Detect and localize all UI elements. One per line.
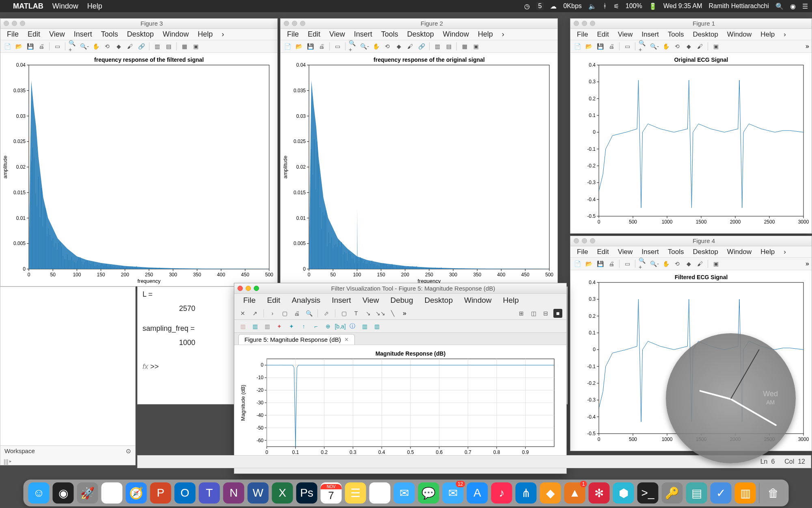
menu-window[interactable]: Window xyxy=(52,2,78,11)
menu-edit[interactable]: Edit xyxy=(304,29,324,39)
dock-app-3d[interactable]: ⬢ xyxy=(613,482,634,504)
open-icon[interactable]: 📂 xyxy=(584,42,593,51)
menu-file[interactable]: File xyxy=(238,295,261,306)
dock-app-music[interactable]: ♪ xyxy=(491,482,512,504)
zoom-in-icon[interactable]: 🔍+ xyxy=(639,259,648,268)
pan-icon[interactable]: ✋ xyxy=(371,42,380,51)
minimize-icon[interactable] xyxy=(292,21,297,26)
step-icon[interactable]: ⌐ xyxy=(311,322,320,331)
menu-edit[interactable]: Edit xyxy=(262,295,285,306)
battery-icon[interactable]: 🔋 xyxy=(649,2,657,10)
dock-app-mathematica[interactable]: ✻ xyxy=(589,482,610,504)
zoom-out-icon[interactable]: 🔍- xyxy=(80,42,89,51)
dock-app-vscode[interactable]: ⋔ xyxy=(516,482,537,504)
new-icon[interactable]: 📄 xyxy=(283,42,292,51)
maximize-icon[interactable] xyxy=(254,286,259,291)
dock-app-powerpoint[interactable]: P xyxy=(150,482,171,504)
menu-insert[interactable]: Insert xyxy=(637,247,663,257)
save-icon[interactable]: 💾 xyxy=(26,42,35,51)
menu-insert[interactable]: Insert xyxy=(327,295,356,306)
brush-icon[interactable]: 🖌 xyxy=(125,42,134,51)
menu-file[interactable]: File xyxy=(283,29,303,39)
zoom-in-icon[interactable]: 🔍+ xyxy=(639,42,648,51)
maximize-icon[interactable] xyxy=(20,21,25,26)
menu-analysis[interactable]: Analysis xyxy=(287,295,325,306)
new-icon[interactable]: 📄 xyxy=(573,259,582,268)
text-icon[interactable]: T xyxy=(352,309,361,318)
fvt-titlebar[interactable]: Filter Visualization Tool - Figure 5: Ma… xyxy=(234,283,566,294)
menu-window[interactable]: Window xyxy=(459,295,497,306)
menu-desktop[interactable]: Desktop xyxy=(689,247,722,257)
dock-app-trash[interactable]: 🗑 xyxy=(763,482,784,504)
menu-file[interactable]: File xyxy=(3,29,23,39)
menu-help[interactable]: Help xyxy=(87,2,102,11)
dock-app-idea[interactable]: ◆ xyxy=(540,482,561,504)
magphase-icon[interactable]: ▥ xyxy=(263,322,272,331)
clock-widget[interactable]: WedAM xyxy=(666,333,796,463)
open-icon[interactable]: 📂 xyxy=(584,259,593,268)
pointer-icon[interactable]: ▭ xyxy=(53,42,62,51)
menu-view[interactable]: View xyxy=(325,29,349,39)
menu-help[interactable]: Help xyxy=(756,247,779,257)
zoom-out-icon[interactable]: 🔍- xyxy=(360,42,369,51)
mag-icon[interactable]: ▥ xyxy=(238,322,247,331)
menu-file[interactable]: File xyxy=(573,247,592,257)
pan-icon[interactable]: ✋ xyxy=(661,42,670,51)
figure-4-titlebar[interactable]: Figure 4 xyxy=(570,236,812,246)
tab-close-icon[interactable]: ✕ xyxy=(344,336,349,343)
fvt-tab-fig5[interactable]: Figure 5: Magnitude Response (dB) ✕ xyxy=(238,334,355,345)
dock-app-word[interactable]: W xyxy=(248,482,269,504)
line-icon[interactable]: ╲ xyxy=(388,309,397,318)
bluetooth-icon[interactable]: ᚼ xyxy=(603,2,607,10)
dock-icon[interactable]: ▣ xyxy=(711,42,720,51)
menu-view[interactable]: View xyxy=(614,247,637,257)
preview-icon[interactable]: 🔍 xyxy=(304,309,313,318)
workspace-title[interactable]: Workspace xyxy=(4,447,35,455)
polezero-icon[interactable]: ⊕ xyxy=(324,322,333,331)
print-icon[interactable]: 🖨 xyxy=(317,42,326,51)
dock-app-teams[interactable]: T xyxy=(199,482,220,504)
dock-app-finder[interactable]: ☺ xyxy=(28,482,50,504)
noise-icon[interactable]: ▥ xyxy=(372,322,381,331)
dock-app-keychain[interactable]: 🔑 xyxy=(662,482,683,504)
control-center-icon[interactable]: ☰ xyxy=(802,2,808,10)
group-delay-icon[interactable]: ✦ xyxy=(275,322,284,331)
volume-icon[interactable]: 🔈 xyxy=(588,2,596,10)
figure-2-titlebar[interactable]: Figure 2 xyxy=(281,19,557,29)
menu-tools[interactable]: Tools xyxy=(664,247,688,257)
menu-desktop[interactable]: Desktop xyxy=(420,295,458,306)
menu-insert[interactable]: Insert xyxy=(70,29,96,39)
pointer-icon[interactable]: ▭ xyxy=(623,259,632,268)
layout-icon[interactable]: ▦ xyxy=(180,42,189,51)
zoom-in-icon[interactable]: 🔍+ xyxy=(69,42,78,51)
rotate-icon[interactable]: ⟲ xyxy=(673,42,682,51)
dock-app-terminal[interactable]: >_ xyxy=(637,482,659,504)
new-icon[interactable]: 📄 xyxy=(3,42,12,51)
menu-file[interactable]: File xyxy=(573,30,592,39)
app-name[interactable]: MATLAB xyxy=(13,2,43,11)
menu-edit[interactable]: Edit xyxy=(593,30,613,39)
pan-icon[interactable]: ✋ xyxy=(661,259,670,268)
rect-icon[interactable]: ▢ xyxy=(339,309,348,318)
pointer-icon[interactable]: ▭ xyxy=(623,42,632,51)
phase-icon[interactable]: ▥ xyxy=(251,322,259,331)
maximize-icon[interactable] xyxy=(590,238,595,243)
new-icon[interactable]: 📄 xyxy=(573,42,582,51)
menu-view[interactable]: View xyxy=(358,295,384,306)
menu-help[interactable]: Help xyxy=(498,295,524,306)
new-icon[interactable]: ▢ xyxy=(280,309,289,318)
print-icon[interactable]: 🖨 xyxy=(292,309,301,318)
menu-tools[interactable]: Tools xyxy=(664,30,688,39)
toolbar-overflow-icon[interactable]: » xyxy=(806,43,809,50)
rotate-icon[interactable]: ⟲ xyxy=(673,259,682,268)
print-icon[interactable]: 🖨 xyxy=(607,259,616,268)
menubar-clock[interactable]: Wed 9:35 AM xyxy=(663,2,702,10)
menu-desktop[interactable]: Desktop xyxy=(403,29,438,39)
menu-overflow-icon[interactable]: › xyxy=(780,247,790,257)
rotate-icon[interactable]: ⟲ xyxy=(103,42,112,51)
legend-icon[interactable]: ▤ xyxy=(164,42,173,51)
brush-icon[interactable]: 🖌 xyxy=(695,259,704,268)
cloud-icon[interactable]: ☁ xyxy=(550,2,557,10)
brush-icon[interactable]: 🖌 xyxy=(406,42,415,51)
open-icon[interactable]: 📂 xyxy=(294,42,303,51)
